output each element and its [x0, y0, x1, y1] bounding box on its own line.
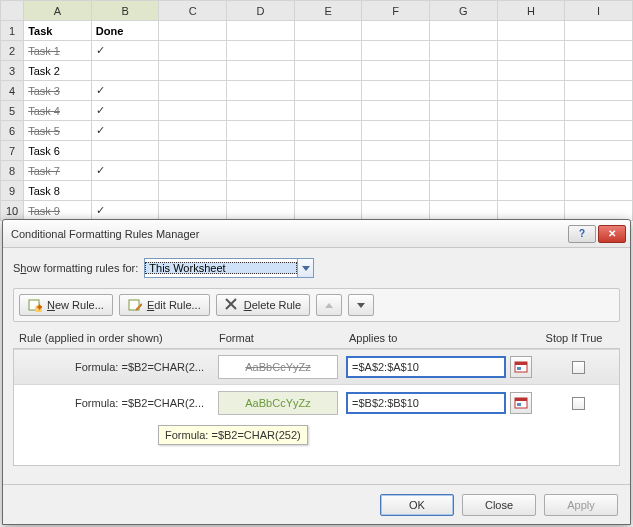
col-header-D[interactable]: D [227, 1, 295, 21]
row-header[interactable]: 3 [1, 61, 24, 81]
cell[interactable] [159, 161, 227, 181]
cell[interactable] [227, 101, 295, 121]
cell[interactable] [497, 161, 565, 181]
cell[interactable]: Task 9 [24, 201, 92, 221]
cell[interactable] [430, 101, 498, 121]
cell[interactable] [497, 201, 565, 221]
row-header[interactable]: 10 [1, 201, 24, 221]
edit-rule-button[interactable]: Edit Rule... [119, 294, 210, 316]
cell[interactable] [497, 141, 565, 161]
cell[interactable] [362, 41, 430, 61]
cell[interactable] [227, 141, 295, 161]
cell[interactable] [565, 141, 633, 161]
cell[interactable] [565, 61, 633, 81]
stop-if-true-checkbox[interactable] [572, 361, 585, 374]
cell[interactable] [497, 101, 565, 121]
select-all-corner[interactable] [1, 1, 24, 21]
cell[interactable] [565, 41, 633, 61]
cell[interactable] [91, 141, 159, 161]
cell[interactable] [159, 81, 227, 101]
cell[interactable] [227, 21, 295, 41]
applies-to-input[interactable]: =$B$2:$B$10 [346, 392, 506, 414]
cell[interactable] [430, 201, 498, 221]
cell[interactable] [159, 201, 227, 221]
row-header[interactable]: 5 [1, 101, 24, 121]
stop-if-true-checkbox[interactable] [572, 397, 585, 410]
col-header-I[interactable]: I [565, 1, 633, 21]
cell[interactable]: Task 6 [24, 141, 92, 161]
range-picker-icon[interactable] [510, 392, 532, 414]
cell[interactable] [430, 161, 498, 181]
cell[interactable] [362, 61, 430, 81]
cell[interactable] [91, 61, 159, 81]
chevron-down-icon[interactable] [297, 259, 313, 277]
row-header[interactable]: 2 [1, 41, 24, 61]
cell[interactable] [91, 181, 159, 201]
cell[interactable] [565, 21, 633, 41]
cell[interactable]: Task 8 [24, 181, 92, 201]
cell[interactable] [497, 61, 565, 81]
cell[interactable] [497, 181, 565, 201]
cell[interactable] [565, 161, 633, 181]
cell[interactable] [294, 41, 362, 61]
cell[interactable] [565, 81, 633, 101]
cell[interactable] [497, 81, 565, 101]
help-button[interactable]: ? [568, 225, 596, 243]
new-rule-button[interactable]: ✦ New Rule... [19, 294, 113, 316]
row-header[interactable]: 4 [1, 81, 24, 101]
cell[interactable] [294, 121, 362, 141]
row-header[interactable]: 1 [1, 21, 24, 41]
cell[interactable] [227, 41, 295, 61]
cell[interactable] [227, 121, 295, 141]
col-header-H[interactable]: H [497, 1, 565, 21]
ok-button[interactable]: OK [380, 494, 454, 516]
col-header-E[interactable]: E [294, 1, 362, 21]
close-window-button[interactable]: ✕ [598, 225, 626, 243]
cell[interactable] [294, 161, 362, 181]
cell[interactable] [294, 181, 362, 201]
apply-button[interactable]: Apply [544, 494, 618, 516]
cell[interactable] [430, 41, 498, 61]
cell[interactable] [497, 121, 565, 141]
cell[interactable] [362, 181, 430, 201]
cell[interactable]: Task [24, 21, 92, 41]
cell[interactable]: ✓ [91, 41, 159, 61]
cell[interactable]: Done [91, 21, 159, 41]
cell[interactable] [362, 141, 430, 161]
cell[interactable] [362, 121, 430, 141]
cell[interactable] [159, 141, 227, 161]
cell[interactable] [430, 121, 498, 141]
cell[interactable] [294, 81, 362, 101]
cell[interactable]: ✓ [91, 201, 159, 221]
row-header[interactable]: 8 [1, 161, 24, 181]
cell[interactable]: Task 1 [24, 41, 92, 61]
range-picker-icon[interactable] [510, 356, 532, 378]
cell[interactable] [362, 81, 430, 101]
cell[interactable] [362, 101, 430, 121]
cell[interactable] [227, 61, 295, 81]
col-header-F[interactable]: F [362, 1, 430, 21]
cell[interactable] [565, 101, 633, 121]
move-down-button[interactable] [348, 294, 374, 316]
cell[interactable] [227, 181, 295, 201]
cell[interactable] [159, 101, 227, 121]
cell[interactable] [430, 141, 498, 161]
rule-row[interactable]: Formula: =$B2=CHAR(2... AaBbCcYyZz =$B$2… [14, 385, 619, 421]
cell[interactable] [497, 21, 565, 41]
cell[interactable]: ✓ [91, 121, 159, 141]
cell[interactable] [430, 21, 498, 41]
cell[interactable] [159, 21, 227, 41]
close-button[interactable]: Close [462, 494, 536, 516]
cell[interactable] [227, 201, 295, 221]
rules-list[interactable]: Formula: =$B2=CHAR(2... AaBbCcYyZz =$A$2… [13, 348, 620, 466]
cell[interactable]: Task 2 [24, 61, 92, 81]
cell[interactable]: ✓ [91, 161, 159, 181]
cell[interactable] [430, 181, 498, 201]
cell[interactable] [227, 161, 295, 181]
spreadsheet-grid[interactable]: A B C D E F G H I 1 Task Done 2Task 1✓3T… [0, 0, 633, 221]
cell[interactable] [565, 181, 633, 201]
cell[interactable] [159, 61, 227, 81]
row-header[interactable]: 9 [1, 181, 24, 201]
cell[interactable] [430, 61, 498, 81]
cell[interactable] [362, 21, 430, 41]
